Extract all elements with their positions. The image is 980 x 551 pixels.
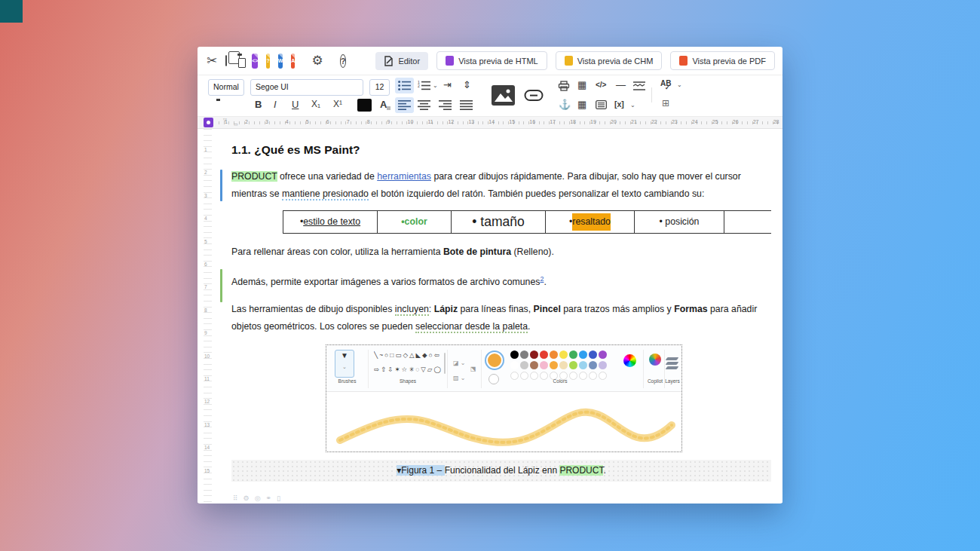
ruler-number: 16 <box>529 119 535 124</box>
text-segment: . <box>528 321 530 332</box>
text-segment[interactable]: ▾Figura 1 – <box>397 465 444 476</box>
drag-handle-icon[interactable]: ⠿ <box>233 490 238 499</box>
generate-html-icon[interactable]: <> <box>252 54 258 69</box>
text-segment: • posición <box>660 213 700 231</box>
variable-icon[interactable]: [x] <box>614 100 624 109</box>
paint-toolbar-image: ▼⌄ Brushes ╲~○□▭◇△◣◆○⇦⇨⇧⇩✶☆✳◌▽▱◯ Shapes … <box>326 345 681 392</box>
text-segment: Formas <box>674 304 707 314</box>
help-icon[interactable]: ? <box>340 54 347 68</box>
connections-icon[interactable]: ⚭ <box>266 490 272 499</box>
ruler-number: 17 <box>550 119 556 124</box>
divider <box>481 350 482 388</box>
ruler-number: 15 <box>509 119 515 124</box>
ruler-number: 15 <box>204 468 210 473</box>
palette-row-2 <box>510 361 613 369</box>
align-left-button[interactable] <box>395 97 414 113</box>
bold-button[interactable]: B <box>255 99 262 109</box>
color-swatch <box>569 361 577 369</box>
visibility-icon[interactable]: ◎ <box>255 490 261 499</box>
underline-button[interactable]: U <box>292 99 299 109</box>
paragraph-tools[interactable]: Las herramientas de dibujo disponibles i… <box>231 301 771 335</box>
ruler-number: 12 <box>204 399 210 404</box>
ruler-number: 8 <box>367 119 370 124</box>
preview-chm-button[interactable]: Vista previa de CHM <box>556 51 663 70</box>
settings-gear-icon[interactable]: ⚙ <box>311 54 323 67</box>
preview-html-label: Vista previa de HTML <box>458 57 538 66</box>
bullet-list-button[interactable] <box>395 78 414 93</box>
inline-link[interactable]: herramientas <box>377 171 431 182</box>
indent-icon[interactable]: ⇥ <box>443 80 452 90</box>
text-segment: PRODUCT <box>559 465 603 476</box>
highlight-color-button[interactable]: A <box>380 99 387 110</box>
page-break-icon[interactable] <box>633 81 645 91</box>
font-color-swatch[interactable] <box>357 99 372 112</box>
font-size-select[interactable]: 12 <box>369 79 390 96</box>
list-box-icon[interactable] <box>596 100 607 109</box>
align-center-button[interactable] <box>418 100 430 110</box>
align-justify-button[interactable] <box>460 100 473 110</box>
delete-icon[interactable]: ▯ <box>277 490 280 499</box>
numbered-list-dropdown-icon[interactable]: ⌄ <box>433 83 438 89</box>
figure-image[interactable]: ▼⌄ Brushes ╲~○□▭◇△◣◆○⇦⇨⇧⇩✶☆✳◌▽▱◯ Shapes … <box>326 344 682 452</box>
ruler-number: 5 <box>204 239 207 244</box>
ruler-number: 10 <box>408 119 414 124</box>
change-bar-green <box>220 269 222 302</box>
ruler-corner-button[interactable] <box>204 118 213 127</box>
topic-heading[interactable]: 1.1. ¿Qué es MS Paint? <box>231 141 771 158</box>
insert-image-icon[interactable] <box>492 85 515 106</box>
generate-chm-icon[interactable]: ? <box>266 54 269 69</box>
table-cell[interactable]: • tamaño <box>452 211 546 233</box>
italic-button[interactable]: I <box>274 99 277 109</box>
brushes-label: Brushes <box>326 372 368 390</box>
editor-button[interactable]: Editor <box>375 52 428 70</box>
insert-link-icon[interactable] <box>524 89 544 102</box>
ruler-number: 24 <box>692 119 698 124</box>
preview-pdf-button[interactable]: Vista previa de PDF <box>670 51 775 70</box>
cut-icon[interactable]: ✂ <box>207 54 217 67</box>
font-family-select[interactable]: Segoe UI <box>250 79 363 96</box>
movie-grid-icon[interactable]: ▦ <box>577 80 586 90</box>
subscript-button[interactable]: X₁ <box>311 99 320 109</box>
text-segment: Lápiz <box>434 304 458 314</box>
table-cell[interactable]: • color <box>378 211 452 233</box>
chm-file-icon <box>565 56 573 66</box>
ruler-number: 1 <box>204 147 207 152</box>
text-attributes-table[interactable]: • estilo de texto• color• tamaño• resalt… <box>283 210 771 234</box>
insert-table-icon[interactable]: ▦ <box>577 99 586 109</box>
figure-caption[interactable]: ▾Figura 1 – Funcionalidad del Lápiz enn … <box>231 460 771 482</box>
horizontal-ruler[interactable]: ▽ ▭ 123456789101112131415161718192021222… <box>198 117 782 129</box>
comment-icon[interactable]: ⊞ <box>662 99 669 108</box>
copy-icon[interactable] <box>225 55 227 66</box>
generate-word-icon[interactable]: W <box>278 54 283 69</box>
text-segment: el botón izquierdo del ratón. También pu… <box>369 188 704 199</box>
generate-pdf-icon[interactable]: A <box>291 54 295 69</box>
anchor-icon[interactable]: ⚓ <box>559 99 571 109</box>
paragraph-style-select[interactable]: Normal <box>208 79 244 96</box>
numbered-list-button[interactable]: 12 <box>418 81 430 90</box>
settings-icon[interactable]: ⚙ <box>243 490 250 499</box>
paragraph-fill[interactable]: Para rellenar áreas con color, utiliza l… <box>231 243 771 261</box>
align-right-button[interactable] <box>439 100 452 110</box>
paragraph-export[interactable]: Además, permite exportar imágenes a vari… <box>231 271 771 291</box>
spellcheck-dropdown-icon[interactable]: ⌄ <box>677 82 682 88</box>
insert-code-icon[interactable]: </> <box>596 81 606 89</box>
horizontal-rule-icon[interactable]: — <box>616 80 626 90</box>
variable-dropdown-icon[interactable]: ⌄ <box>630 103 635 109</box>
color-swatch <box>550 361 558 369</box>
print-icon[interactable] <box>558 81 570 91</box>
document-area[interactable]: 123456789101112131415 1.1. ¿Qué es MS Pa… <box>198 129 782 503</box>
text-segment: . <box>544 277 546 287</box>
ruler-number: 4 <box>286 119 289 124</box>
shape-icon: ◣ <box>416 350 421 365</box>
superscript-button[interactable]: X¹ <box>333 99 342 109</box>
table-cell[interactable]: • resaltado <box>546 211 635 233</box>
line-spacing-icon[interactable]: ⇕ <box>463 80 471 90</box>
table-cell[interactable]: • posición <box>635 211 724 233</box>
colors-label: Colors <box>500 372 620 390</box>
spellcheck-button[interactable]: AB✓ <box>660 80 671 87</box>
table-cell[interactable]: • estilo de texto <box>283 211 378 233</box>
preview-html-button[interactable]: Vista previa de HTML <box>436 51 547 70</box>
indent-marker-bottom[interactable]: ▭ <box>234 121 238 127</box>
paragraph-intro[interactable]: PRODUCT ofrece una variedad de herramien… <box>231 168 771 203</box>
text-segment: mantiene presionado <box>282 188 369 201</box>
